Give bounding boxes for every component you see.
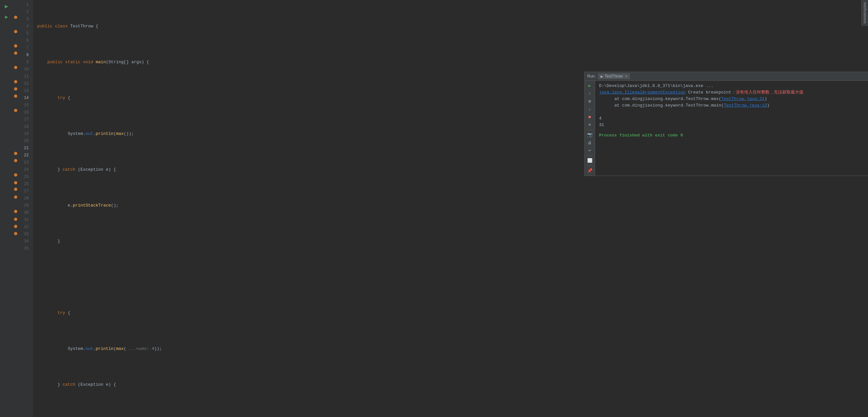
breakpoint-dot[interactable]	[14, 210, 17, 213]
code-line-1: public class TestThrow {	[37, 23, 868, 30]
toolbar-camera-btn[interactable]: 📷	[586, 131, 594, 138]
toolbar-up-btn[interactable]: ↑	[586, 90, 594, 97]
code-container: 1 2 3 4 5 6 7 8 9 10 11 12 13 14 15 16 1…	[13, 0, 868, 417]
toolbar-print-btn[interactable]: 🖨	[586, 139, 594, 146]
at2-link[interactable]: TestThrow.java:13	[724, 103, 767, 108]
code-line-6: e.printStackTrace();	[37, 202, 868, 209]
run-label: Run:	[587, 74, 595, 78]
toolbar-separator	[587, 130, 593, 130]
run-inner-button[interactable]: ▶	[5, 14, 8, 20]
output-at2: at com.dingjiaxiong.keyword.TestThrow.ma…	[599, 102, 864, 109]
output-at1: at com.dingjiaxiong.keyword.TestThrow.ma…	[599, 96, 864, 102]
breakpoint-dot[interactable]	[14, 188, 17, 191]
breakpoint-column	[13, 0, 18, 417]
run-output: D:\Develop\Java\jdk1.8.0_371\bin\java.ex…	[595, 81, 868, 176]
code-line-8	[37, 274, 868, 281]
toolbar-wrench-btn[interactable]: ⚙	[586, 98, 594, 105]
code-line-10: System.out.println(max( ...nums: 4));	[37, 345, 868, 352]
output-exception-line: java.lang.IllegalArgumentException Creat…	[599, 90, 803, 95]
toolbar-run-btn[interactable]: ▶	[586, 82, 594, 89]
breakpoint-dot[interactable]	[14, 109, 17, 112]
run-tab-close[interactable]: ×	[625, 75, 627, 78]
line-numbers: 1 2 3 4 5 6 7 8 9 10 11 12 13 14 15 16 1…	[18, 0, 33, 417]
left-gutter: ▶ ▶	[0, 0, 13, 417]
create-breakpoint-text: Create breakpoint	[688, 90, 732, 95]
toolbar-pin-btn[interactable]: 📌	[586, 167, 594, 174]
toolbar-down-btn[interactable]: ↓	[586, 106, 594, 113]
breakpoint-dot[interactable]	[14, 225, 17, 228]
run-tab-name: TestThrow	[604, 74, 622, 78]
breakpoint-dot[interactable]	[14, 181, 17, 184]
code-line-9: try {	[37, 310, 868, 317]
toolbar-separator3	[587, 166, 593, 166]
run-panel-header: Run: ▶ TestThrow ×	[585, 72, 868, 81]
breakpoint-dot[interactable]	[14, 87, 17, 91]
notifications-label: notifications	[863, 2, 867, 24]
breakpoint-dot[interactable]	[14, 66, 17, 69]
code-line-11: } catch (Exception e) {	[37, 381, 868, 388]
breakpoint-dot[interactable]	[14, 196, 17, 199]
breakpoint-dot[interactable]	[14, 152, 17, 155]
run-button[interactable]: ▶	[5, 3, 8, 10]
toolbar-back-btn[interactable]: ↩	[586, 147, 594, 154]
run-tab[interactable]: ▶ TestThrow ×	[598, 73, 630, 79]
toolbar-separator2	[587, 155, 593, 156]
notifications-tab[interactable]: notifications	[862, 0, 868, 26]
exception-class[interactable]: java.lang.IllegalArgumentException	[599, 90, 685, 95]
breakpoint-dot[interactable]	[14, 44, 17, 47]
editor-area: 1 2 3 4 5 6 7 8 9 10 11 12 13 14 15 16 1…	[13, 0, 868, 417]
breakpoint-dot[interactable]	[14, 173, 17, 177]
breakpoint-dot[interactable]	[14, 95, 17, 98]
breakpoint-dot[interactable]	[14, 51, 17, 55]
breakpoint-dot[interactable]	[14, 80, 17, 83]
breakpoint-dot[interactable]	[14, 218, 17, 221]
breakpoint-dot[interactable]	[14, 159, 17, 162]
run-tab-icon: ▶	[600, 75, 603, 78]
run-toolbar: ▶ ↑ ⚙ ↓ ■ ≡ 📷 🖨 ↩ ⬜ 📌	[585, 81, 595, 176]
run-panel-body: ▶ ↑ ⚙ ↓ ■ ≡ 📷 🖨 ↩ ⬜ 📌 D:\Develop\Java\jd…	[585, 81, 868, 176]
breakpoint-dot[interactable]	[14, 15, 17, 19]
code-line-2: public static void main(String[] args) {	[37, 59, 868, 66]
run-panel: Run: ▶ TestThrow × ▶ ↑ ⚙ ↓ ■ ≡ 📷 🖨 ↩	[584, 72, 868, 176]
output-num1: 4	[599, 116, 601, 121]
exception-msg: ：没有传入任何整数，无法获取最大值	[732, 90, 803, 95]
output-path: D:\Develop\Java\jdk1.8.0_371\bin\java.ex…	[599, 83, 713, 88]
toolbar-stop-btn[interactable]: ■	[586, 113, 594, 120]
breakpoint-dot[interactable]	[14, 232, 17, 235]
at1-link[interactable]: TestThrow.java:31	[721, 97, 765, 101]
toolbar-lines-btn[interactable]: ≡	[586, 121, 594, 128]
breakpoint-dot[interactable]	[14, 30, 17, 33]
code-editor[interactable]: public class TestThrow { public static v…	[33, 0, 868, 417]
code-line-7: }	[37, 238, 868, 245]
output-process-done: Process finished with exit code 0	[599, 132, 864, 139]
toolbar-stack-btn[interactable]: ⬜	[586, 157, 594, 164]
output-num2: 31	[599, 123, 604, 127]
